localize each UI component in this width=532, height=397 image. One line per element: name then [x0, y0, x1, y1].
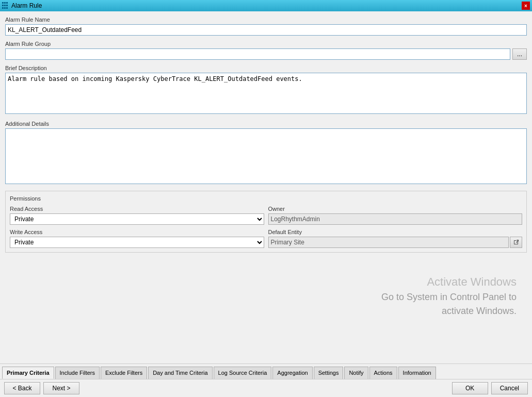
ok-button[interactable]: OK	[452, 382, 488, 394]
alarm-rule-group-browse-button[interactable]: ...	[512, 48, 527, 60]
watermark-title: Activate Windows	[5, 273, 517, 290]
tab-settings[interactable]: Settings	[314, 367, 344, 379]
back-button[interactable]: < Back	[4, 382, 40, 394]
brief-description-input[interactable]: Alarm rule based on incoming Kaspersky C…	[5, 73, 527, 114]
default-entity-row	[268, 237, 523, 248]
permissions-grid: Read Access Private Public Write Access …	[10, 206, 522, 248]
tab-primary-criteria[interactable]: Primary Criteria	[2, 367, 54, 379]
owner-input	[268, 213, 523, 225]
tab-include-filters[interactable]: Include Filters	[55, 367, 100, 379]
read-access-select[interactable]: Private Public	[10, 213, 264, 225]
default-entity-label: Default Entity	[268, 229, 523, 235]
title-bar: Alarm Rule ×	[0, 0, 532, 11]
permissions-section: Permissions Read Access Private Public W…	[5, 191, 527, 253]
permissions-left-col: Read Access Private Public Write Access …	[10, 206, 264, 248]
additional-details-label: Additional Details	[5, 121, 527, 127]
alarm-rule-group-group: Alarm Rule Group ...	[5, 41, 527, 60]
next-button[interactable]: Next >	[43, 382, 79, 394]
alarm-rule-name-label: Alarm Rule Name	[5, 16, 527, 23]
tab-aggregation[interactable]: Aggregation	[272, 367, 312, 379]
alarm-rule-group-row: ...	[5, 48, 527, 60]
default-entity-browse-button[interactable]	[510, 237, 522, 248]
close-button[interactable]: ×	[522, 2, 530, 10]
tab-actions[interactable]: Actions	[369, 367, 397, 379]
additional-details-group: Additional Details	[5, 121, 527, 186]
permissions-right-col: Owner Default Entity	[268, 206, 523, 248]
main-container: Alarm Rule Name Alarm Rule Group ... Bri…	[0, 11, 532, 363]
write-access-select[interactable]: Private Public	[10, 237, 264, 248]
browse-icon	[513, 239, 519, 245]
dialog-title: Alarm Rule	[11, 2, 42, 9]
brief-description-group: Brief Description Alarm rule based on in…	[5, 65, 527, 115]
watermark-line3: activate Windows.	[5, 304, 517, 318]
cancel-button[interactable]: Cancel	[491, 382, 528, 394]
watermark-line2: Go to System in Control Panel to	[5, 290, 517, 304]
alarm-rule-group-label: Alarm Rule Group	[5, 41, 527, 47]
alarm-rule-group-input[interactable]	[5, 48, 510, 60]
tabs-bar: Primary Criteria Include Filters Exclude…	[0, 363, 532, 379]
tab-information[interactable]: Information	[398, 367, 436, 379]
tab-exclude-filters[interactable]: Exclude Filters	[101, 367, 147, 379]
read-access-label: Read Access	[10, 206, 264, 212]
title-bar-left: Alarm Rule	[2, 2, 42, 9]
tab-notify[interactable]: Notify	[344, 367, 368, 379]
owner-label: Owner	[268, 206, 523, 212]
alarm-rule-name-group: Alarm Rule Name	[5, 16, 527, 36]
action-buttons: OK Cancel	[452, 382, 528, 394]
permissions-title: Permissions	[10, 195, 522, 202]
default-entity-input	[268, 237, 509, 248]
alarm-rule-name-input[interactable]	[5, 24, 527, 36]
additional-details-input[interactable]	[5, 128, 527, 184]
write-access-label: Write Access	[10, 229, 264, 235]
nav-buttons: < Back Next >	[4, 382, 79, 394]
tab-log-source-criteria[interactable]: Log Source Criteria	[214, 367, 272, 379]
bottom-bar: < Back Next > OK Cancel	[0, 379, 532, 397]
brief-description-label: Brief Description	[5, 65, 527, 71]
watermark-area: Activate Windows Go to System in Control…	[5, 253, 527, 323]
grip-icon	[2, 2, 9, 9]
tab-day-time-criteria[interactable]: Day and Time Criteria	[148, 367, 212, 379]
